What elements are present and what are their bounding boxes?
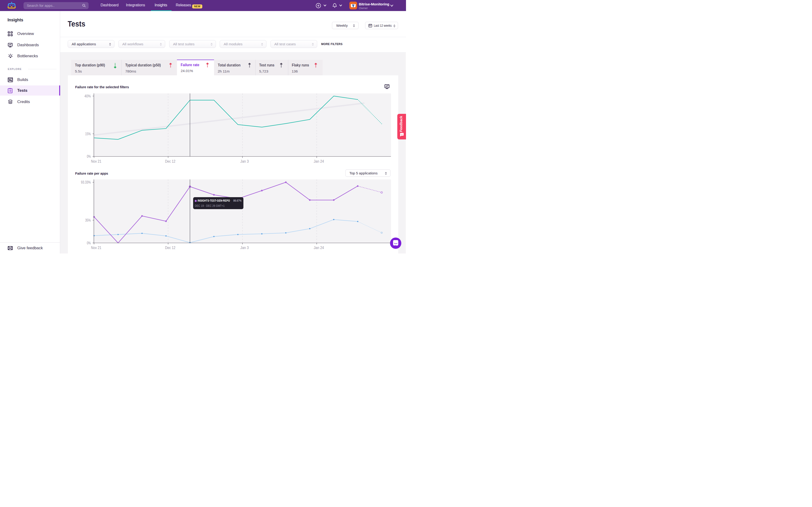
svg-text:93.33%: 93.33%: [81, 180, 91, 184]
svg-text:40%: 40%: [85, 94, 91, 98]
svg-text:Jan 24: Jan 24: [314, 159, 324, 163]
svg-text:Dec 12: Dec 12: [165, 245, 175, 250]
svg-text:Jan 3: Jan 3: [240, 245, 249, 250]
svg-text:Nov 21: Nov 21: [91, 245, 101, 250]
svg-text:Dec 12: Dec 12: [165, 159, 175, 163]
svg-text:Jan 24: Jan 24: [314, 245, 324, 250]
svg-text:0%: 0%: [87, 154, 91, 158]
svg-text:Jan 3: Jan 3: [240, 159, 249, 163]
svg-text:0%: 0%: [87, 241, 91, 245]
svg-text:15%: 15%: [85, 132, 91, 136]
svg-text:Nov 21: Nov 21: [91, 159, 101, 163]
svg-text:35%: 35%: [85, 218, 91, 222]
